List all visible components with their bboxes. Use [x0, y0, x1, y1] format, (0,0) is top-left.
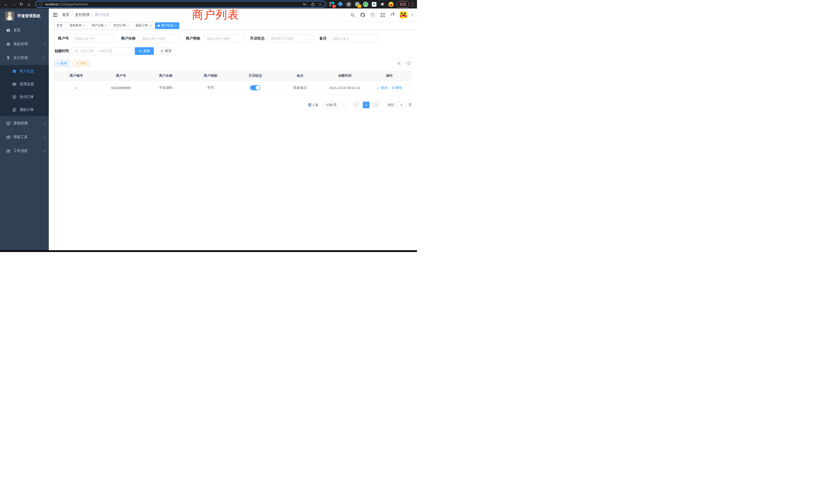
chrome-update-button[interactable]: 更新: [396, 1, 409, 8]
profile-avatar-icon[interactable]: [388, 2, 394, 7]
pagination-goto: 前往 页: [388, 101, 412, 109]
close-icon[interactable]: ×: [83, 24, 85, 27]
browser-home-button[interactable]: ⌂: [26, 1, 32, 8]
browser-reload-button[interactable]: ↻: [18, 1, 25, 8]
fullscreen-icon[interactable]: [380, 12, 386, 18]
table-toolbar: + 新增 导出: [54, 60, 412, 67]
total-prefix: 共: [308, 103, 311, 107]
extension-badge: 10: [332, 5, 336, 8]
remark-input[interactable]: [330, 35, 379, 42]
sidebar-item-app-info[interactable]: 应用信息: [0, 78, 49, 91]
font-size-icon[interactable]: TT: [390, 12, 395, 18]
delete-link[interactable]: 删除: [392, 86, 402, 90]
goto-page-input[interactable]: [396, 101, 407, 109]
search-form-row-1: 商户号 商户全称 商户简称 开启状态 请选择开启状态: [54, 35, 412, 42]
page-unit-label: 页: [409, 102, 412, 107]
merchant-shortname-input[interactable]: [203, 35, 244, 42]
tab-merchant-info[interactable]: 商户信息×: [155, 22, 179, 29]
merchant-fullname-field: 商户全称: [121, 35, 180, 42]
table-tools: [396, 60, 412, 67]
merchant-no-field: 商户号: [54, 35, 115, 42]
documents-icon: [11, 108, 18, 112]
export-button[interactable]: 导出: [73, 60, 90, 67]
tab-flow-form[interactable]: 流程表单×: [67, 22, 87, 29]
chevron-up-icon: [42, 57, 45, 60]
prev-page-button[interactable]: [353, 101, 360, 108]
tab-user-group[interactable]: 用户分组×: [89, 22, 109, 29]
table-header-row: 商户编号 商户号 商户全称 商户简称 开启状态 备注 创建时间 操作: [54, 71, 412, 81]
browser-forward-button[interactable]: →: [10, 1, 17, 8]
column-header: 开启状态: [233, 71, 278, 81]
close-icon[interactable]: ×: [175, 24, 177, 27]
sidebar-item-refund-order[interactable]: 退款订单: [0, 104, 49, 116]
sidebar-item-merchant-info[interactable]: 商户信息: [0, 65, 49, 78]
tab-refund-order[interactable]: 退款订单×: [133, 22, 154, 29]
extension-flag-icon[interactable]: [371, 2, 377, 7]
edit-link[interactable]: 修改: [377, 86, 388, 90]
search-form-row-2: 创建时间 开始日期 - 结束日期 搜索 重置: [54, 47, 412, 55]
sidebar-logo[interactable]: 芋道管理系统: [0, 8, 49, 23]
cell-status: [233, 81, 278, 95]
sidebar-item-system[interactable]: 系统管理: [0, 37, 49, 51]
breadcrumb-home[interactable]: 首页: [62, 13, 69, 17]
merchant-fullname-input[interactable]: [139, 35, 180, 42]
extensions-puzzle-icon[interactable]: [380, 2, 386, 7]
info-letter: i: [41, 3, 41, 6]
sidebar-item-dev-tools[interactable]: 研发工具: [0, 130, 49, 144]
status-field: 开启状态 请选择开启状态: [250, 35, 313, 42]
cell-merchant-no: M233666999: [98, 81, 143, 95]
breadcrumb-payment[interactable]: 支付管理: [75, 13, 89, 17]
extension-grid-icon[interactable]: 10: [329, 2, 334, 7]
password-key-icon[interactable]: [303, 2, 307, 6]
refresh-table-button[interactable]: [405, 60, 412, 67]
browser-back-button[interactable]: ←: [3, 1, 9, 8]
search-button[interactable]: 搜索: [135, 47, 154, 55]
bookmark-star-icon[interactable]: ☆: [319, 2, 322, 6]
pagination-total: 共 1 条: [308, 102, 319, 107]
next-page-button[interactable]: [373, 101, 379, 108]
sidebar-item-payment[interactable]: ¥ 支付管理: [0, 51, 49, 65]
site-info-icon[interactable]: i: [39, 2, 43, 6]
create-time-range-picker[interactable]: 开始日期 - 结束日期: [72, 47, 132, 55]
toggle-search-button[interactable]: [396, 60, 402, 67]
sidebar-item-label: 应用信息: [20, 82, 34, 87]
content-area: 商户号 商户全称 商户简称 开启状态 请选择开启状态: [49, 30, 417, 109]
header-search-icon[interactable]: [350, 12, 355, 18]
sidebar-item-pay-order[interactable]: 支付订单: [0, 91, 49, 104]
add-button[interactable]: + 新增: [54, 60, 70, 67]
close-icon[interactable]: ×: [149, 24, 151, 27]
field-label: 商户简称: [186, 36, 200, 41]
avatar-dropdown-caret[interactable]: [411, 14, 413, 16]
extension-recorder-icon[interactable]: 1: [354, 2, 360, 7]
user-avatar[interactable]: [400, 11, 407, 19]
close-icon[interactable]: ×: [105, 24, 107, 27]
sidebar-item-infrastructure[interactable]: 基础设施: [0, 116, 49, 130]
close-icon[interactable]: ×: [127, 24, 129, 27]
help-icon[interactable]: ?: [370, 12, 375, 18]
tab-pay-order[interactable]: 支付订单×: [111, 22, 131, 29]
url-bar[interactable]: i localhost:1024/pay/merchant ☆: [36, 1, 326, 8]
merchant-no-input[interactable]: [72, 35, 115, 42]
status-toggle[interactable]: [250, 85, 260, 90]
extension-badge: 1: [358, 5, 361, 8]
back-icon: ←: [4, 2, 8, 7]
share-icon[interactable]: [311, 2, 315, 6]
status-select[interactable]: 请选择开启状态: [267, 35, 313, 42]
extension-gem-icon[interactable]: [337, 2, 343, 7]
field-label: 创建时间: [54, 49, 69, 53]
search-icon: [139, 49, 142, 53]
font-big-glyph: T: [392, 12, 395, 17]
sidebar-item-home[interactable]: 首页: [0, 23, 49, 37]
extension-y-icon[interactable]: y: [363, 2, 369, 7]
breadcrumb-current: 商户信息: [95, 13, 109, 17]
extension-command-icon[interactable]: ⌘: [346, 2, 352, 7]
reset-button[interactable]: 重置: [156, 47, 175, 55]
column-header: 商户编号: [54, 71, 98, 81]
github-icon[interactable]: [360, 12, 366, 18]
page-number-button[interactable]: 1: [363, 101, 370, 108]
chrome-menu-icon[interactable]: [410, 2, 414, 7]
page-size-select[interactable]: 10条/页: [323, 101, 347, 109]
sidebar-item-workflow[interactable]: 工作流程: [0, 144, 49, 158]
tab-home[interactable]: 首页: [54, 22, 65, 29]
sidebar-collapse-icon[interactable]: [52, 12, 58, 18]
